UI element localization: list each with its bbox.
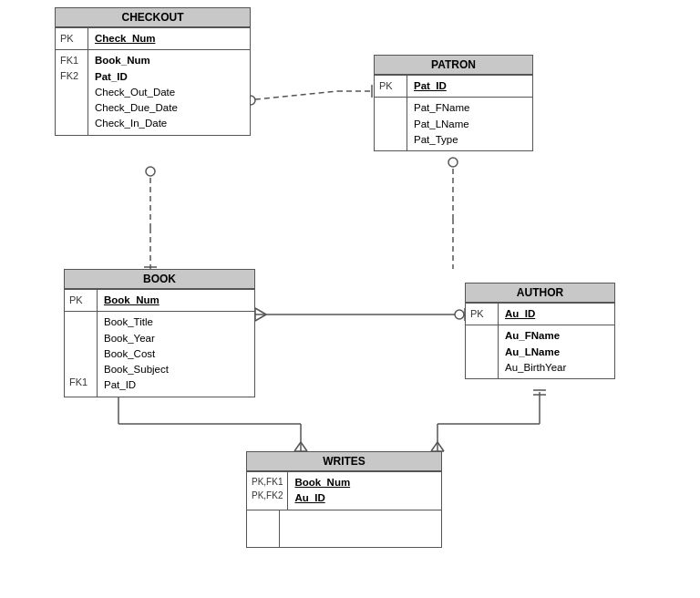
patron-lname: Pat_LName (414, 117, 526, 132)
patron-fields: Pat_FName Pat_LName Pat_Type (407, 98, 532, 150)
patron-title: PATRON (375, 56, 532, 75)
patron-pk-label: PK (375, 76, 407, 97)
svg-point-7 (146, 167, 155, 176)
book-pk-label: PK (65, 290, 98, 311)
book-table: BOOK PK Book_Num FK1 Book_Title Book_Yea… (64, 269, 255, 397)
author-fields: Au_FName Au_LName Au_BirthYear (499, 325, 614, 378)
writes-title: WRITES (247, 452, 441, 471)
svg-line-31 (255, 314, 266, 321)
checkout-pk-label: PK (56, 28, 88, 49)
writes-empty1 (286, 513, 435, 529)
writes-pk-section: PK,FK1 PK,FK2 Book_Num Au_ID (247, 471, 441, 510)
patron-pk-fields: Pat_ID (407, 76, 532, 97)
author-pk-section: PK Au_ID (466, 303, 614, 325)
writes-fields-labels (247, 510, 280, 548)
author-birthyear: Au_BirthYear (505, 360, 608, 376)
checkout-pk-fields: Check_Num (88, 28, 250, 49)
writes-pk-labels: PK,FK1 PK,FK2 (247, 472, 288, 510)
author-fields-labels (466, 325, 499, 378)
book-year: Book_Year (104, 331, 248, 346)
patron-fname: Pat_FName (414, 100, 526, 116)
writes-fields-section (247, 510, 441, 548)
checkout-pat-id: Pat_ID (95, 69, 243, 85)
diagram-container: CHECKOUT PK Check_Num FK1 FK2 Book_Num P… (0, 0, 700, 598)
svg-line-18 (294, 442, 301, 451)
svg-line-26 (431, 442, 438, 451)
checkout-fk-fields: Book_Num Pat_ID Check_Out_Date Check_Due… (88, 50, 250, 134)
writes-fields (280, 510, 441, 548)
writes-table: WRITES PK,FK1 PK,FK2 Book_Num Au_ID (246, 451, 442, 548)
svg-line-0 (246, 91, 337, 100)
checkout-fk-section: FK1 FK2 Book_Num Pat_ID Check_Out_Date C… (56, 49, 250, 134)
author-pk-label: PK (466, 304, 499, 325)
book-pat-id: Pat_ID (104, 377, 248, 393)
book-pk-field: Book_Num (104, 293, 248, 308)
svg-line-30 (255, 308, 266, 314)
checkout-due-date: Check_Due_Date (95, 100, 243, 116)
checkout-pk-field: Check_Num (95, 31, 243, 46)
book-fk-labels: FK1 (65, 312, 98, 396)
book-cost: Book_Cost (104, 346, 248, 362)
author-pk-field: Au_ID (505, 306, 608, 322)
writes-empty2 (286, 529, 435, 544)
checkout-empty1 (60, 83, 83, 98)
book-fields: Book_Title Book_Year Book_Cost Book_Subj… (98, 312, 254, 396)
author-lname: Au_LName (505, 345, 608, 360)
writes-book-num: Book_Num (294, 475, 435, 490)
checkout-pk-section: PK Check_Num (56, 27, 250, 49)
checkout-in-date: Check_In_Date (95, 116, 243, 131)
checkout-table: CHECKOUT PK Check_Num FK1 FK2 Book_Num P… (55, 7, 251, 136)
author-fname: Au_FName (505, 328, 608, 344)
patron-pk-section: PK Pat_ID (375, 75, 532, 97)
book-pk-fields: Book_Num (98, 290, 254, 311)
author-table: AUTHOR PK Au_ID Au_FName Au_LName Au_Bir… (465, 283, 615, 379)
checkout-fk1-label: FK1 (60, 53, 83, 68)
svg-line-19 (301, 442, 307, 451)
book-pk-section: PK Book_Num (65, 289, 254, 311)
writes-pk-fields: Book_Num Au_ID (288, 472, 441, 510)
book-title-field: Book_Title (104, 314, 248, 330)
checkout-empty3 (60, 113, 83, 129)
checkout-title: CHECKOUT (56, 8, 250, 27)
writes-au-id: Au_ID (294, 490, 435, 506)
patron-fields-section: Pat_FName Pat_LName Pat_Type (375, 97, 532, 150)
book-subject: Book_Subject (104, 362, 248, 377)
svg-point-12 (448, 158, 458, 167)
checkout-out-date: Check_Out_Date (95, 85, 243, 100)
patron-fields-labels (375, 98, 407, 150)
book-title: BOOK (65, 270, 254, 289)
svg-point-34 (455, 310, 464, 319)
author-fields-section: Au_FName Au_LName Au_BirthYear (466, 325, 614, 378)
author-title: AUTHOR (466, 284, 614, 303)
svg-line-27 (438, 442, 444, 451)
checkout-empty2 (60, 98, 83, 114)
book-fields-section: FK1 Book_Title Book_Year Book_Cost Book_… (65, 311, 254, 396)
patron-pk-field: Pat_ID (414, 78, 526, 94)
checkout-fk-labels: FK1 FK2 (56, 50, 88, 134)
patron-type: Pat_Type (414, 132, 526, 148)
checkout-fk2-label: FK2 (60, 68, 83, 84)
patron-table: PATRON PK Pat_ID Pat_FName Pat_LName Pat… (374, 55, 533, 151)
checkout-book-num: Book_Num (95, 53, 243, 68)
author-pk-fields: Au_ID (499, 304, 614, 325)
